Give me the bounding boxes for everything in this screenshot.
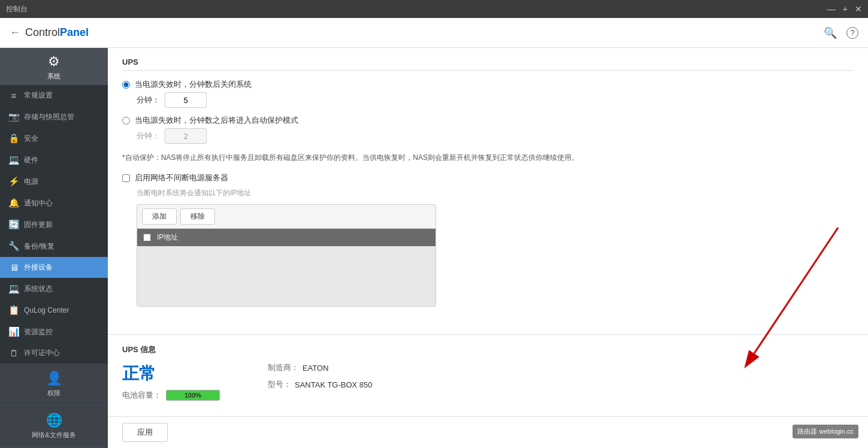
manufacturer-label: 制造商： xyxy=(268,362,299,373)
ups-section-title: UPS xyxy=(122,57,854,71)
checkbox-row: 启用网络不间断电源服务器 xyxy=(122,172,854,183)
backup-label: 备份/恢复 xyxy=(24,241,55,252)
sidebar-item-storage[interactable]: 📷 存储与快照总管 xyxy=(0,106,108,128)
sidebar-item-network[interactable]: 🌐 网络&文件服务 xyxy=(0,405,108,447)
model-value: SANTAK TG-BOX 850 xyxy=(295,380,373,389)
sidebar-item-permissions[interactable]: 👤 权限 xyxy=(0,364,108,405)
close-button[interactable]: ✕ xyxy=(855,4,862,14)
sidebar-item-hardware[interactable]: 💻 硬件 xyxy=(0,149,108,171)
sidebar-system-label: 系统 xyxy=(47,72,61,81)
radio2-item: 当电源失效时，分钟数之后将进入自动保护模式 xyxy=(122,115,854,126)
qulog-label: QuLog Center xyxy=(24,306,69,314)
status-label: 系统状态 xyxy=(24,284,53,294)
sidebar-item-backup[interactable]: 🔧 备份/恢复 xyxy=(0,235,108,257)
sidebar-item-status[interactable]: 💻 系统状态 xyxy=(0,278,108,299)
status-icon: 💻 xyxy=(8,283,19,294)
remove-button[interactable]: 移除 xyxy=(180,208,215,225)
storage-label: 存储与快照总管 xyxy=(24,112,74,122)
permissions-label: 权限 xyxy=(47,389,61,398)
network-icon: 🌐 xyxy=(46,413,62,428)
note-text: *自动保护：NAS将停止所有执行中服务且卸载所有磁盘区来保护你的资料。当供电恢复… xyxy=(122,152,854,163)
maximize-button[interactable]: + xyxy=(843,4,848,14)
header: ← ControlPanel 🔍 ? xyxy=(0,18,868,48)
manufacturer-value: EATON xyxy=(303,364,329,373)
radio1-input[interactable] xyxy=(122,81,130,89)
general-icon: ≡ xyxy=(8,90,19,101)
network-label: 网络&文件服务 xyxy=(32,431,75,440)
ip-table-container: 添加 移除 IP地址 xyxy=(137,204,436,307)
radio-group: 当电源失效时，分钟数后关闭系统 分钟： 当电源失效时，分钟数之后将进入自动保护模… xyxy=(122,79,854,144)
ups-detail-col: 制造商： EATON 型号： SANTAK TG-BOX 850 xyxy=(268,362,373,390)
model-row: 型号： SANTAK TG-BOX 850 xyxy=(268,379,373,390)
manufacturer-row: 制造商： EATON xyxy=(268,362,373,373)
ip-table-toolbar: 添加 移除 xyxy=(137,205,435,229)
app-title: ControlPanel xyxy=(25,26,89,39)
external-label: 外接设备 xyxy=(24,262,53,273)
license-icon: 🗒 xyxy=(8,348,19,358)
ip-table-header: IP地址 xyxy=(137,229,435,246)
minutes2-input[interactable] xyxy=(165,128,207,144)
sidebar-item-security[interactable]: 🔒 安全 xyxy=(0,128,108,149)
sidebar-item-firmware[interactable]: 🔄 固件更新 xyxy=(0,214,108,235)
add-button[interactable]: 添加 xyxy=(142,208,177,225)
ups-status-normal: 正常 xyxy=(122,362,220,385)
radio2-container: 当电源失效时，分钟数之后将进入自动保护模式 分钟： xyxy=(122,115,854,144)
system-icon: ⚙ xyxy=(48,54,60,69)
sidebar-item-system[interactable]: ⚙ 系统 xyxy=(0,48,108,85)
battery-bar-container: 100% xyxy=(166,390,220,401)
footer: 应用 xyxy=(108,416,868,448)
notify-label: 通知中心 xyxy=(24,198,53,208)
sidebar-sub-items: ≡ 常规设置 📷 存储与快照总管 🔒 安全 💻 硬件 ⚡ 电源 xyxy=(0,85,108,364)
back-button[interactable]: ← xyxy=(10,26,20,39)
checkbox-label: 启用网络不间断电源服务器 xyxy=(135,172,228,183)
external-icon: 🖥 xyxy=(8,262,19,273)
ups-info-title: UPS 信息 xyxy=(122,344,854,355)
resource-icon: 📊 xyxy=(8,326,19,337)
sub-note: 当断电时系统将会通知以下的IP地址 xyxy=(137,188,854,198)
battery-label: 电池容量： xyxy=(122,390,161,401)
help-icon[interactable]: ? xyxy=(846,27,858,39)
power-label: 电源 xyxy=(24,177,38,187)
qulog-icon: 📋 xyxy=(8,305,19,316)
sidebar-item-notify[interactable]: 🔔 通知中心 xyxy=(0,192,108,214)
header-right: 🔍 ? xyxy=(824,26,858,40)
sidebar-item-qulog[interactable]: 📋 QuLog Center xyxy=(0,299,108,321)
sidebar-item-power[interactable]: ⚡ 电源 xyxy=(0,171,108,192)
sidebar-item-resource[interactable]: 📊 资源监控 xyxy=(0,321,108,343)
hardware-label: 硬件 xyxy=(24,155,38,165)
minutes2-row: 分钟： xyxy=(137,128,854,144)
minutes1-input[interactable] xyxy=(165,92,207,108)
radio1-item: 当电源失效时，分钟数后关闭系统 xyxy=(122,79,854,90)
title-bold: Panel xyxy=(60,26,89,38)
minutes2-label: 分钟： xyxy=(137,131,160,141)
header-left: ← ControlPanel xyxy=(10,26,89,39)
firmware-icon: 🔄 xyxy=(8,219,19,230)
content-area: UPS 当电源失效时，分钟数后关闭系统 分钟： xyxy=(108,48,868,334)
body: ⚙ 系统 ≡ 常规设置 📷 存储与快照总管 🔒 安全 💻 xyxy=(0,48,868,448)
battery-bar: 100% xyxy=(167,391,219,400)
radio2-input[interactable] xyxy=(122,117,130,125)
minimize-button[interactable]: — xyxy=(827,4,836,14)
sidebar-item-license[interactable]: 🗒 许可证中心 xyxy=(0,343,108,364)
title-plain: Control xyxy=(25,26,60,38)
power-icon: ⚡ xyxy=(8,176,19,187)
titlebar-controls: — + ✕ xyxy=(827,4,862,14)
main-content: UPS 当电源失效时，分钟数后关闭系统 分钟： xyxy=(108,48,868,448)
network-ups-checkbox[interactable] xyxy=(122,174,130,182)
radio1-container: 当电源失效时，分钟数后关闭系统 分钟： xyxy=(122,79,854,108)
model-label: 型号： xyxy=(268,379,291,390)
permissions-icon: 👤 xyxy=(46,371,62,386)
search-icon[interactable]: 🔍 xyxy=(824,26,837,40)
sidebar-item-external[interactable]: 🖥 外接设备 xyxy=(0,257,108,278)
ip-select-all-checkbox[interactable] xyxy=(143,234,151,241)
app-container: ← ControlPanel 🔍 ? ⚙ 系统 ≡ 常规设置 xyxy=(0,18,868,448)
hardware-icon: 💻 xyxy=(8,155,19,165)
titlebar-left: 控制台 xyxy=(6,4,28,14)
sidebar-item-general[interactable]: ≡ 常规设置 xyxy=(0,85,108,106)
resource-label: 资源监控 xyxy=(24,327,53,337)
license-label: 许可证中心 xyxy=(24,348,60,358)
security-label: 安全 xyxy=(24,134,38,144)
security-icon: 🔒 xyxy=(8,133,19,144)
minutes1-label: 分钟： xyxy=(137,95,160,105)
apply-button[interactable]: 应用 xyxy=(122,423,168,442)
